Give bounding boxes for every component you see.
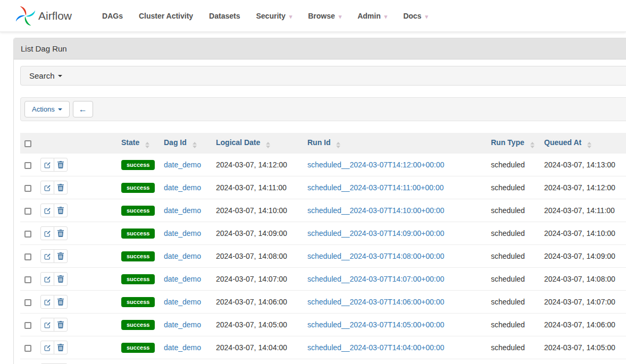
nav-item-label: Admin — [357, 12, 381, 20]
column-header-label: Logical Date — [216, 138, 260, 147]
delete-record-button[interactable] — [54, 204, 68, 217]
actions-button[interactable]: Actions — [24, 101, 70, 117]
row-checkbox[interactable] — [24, 253, 31, 260]
nav-item[interactable]: Browse ▾ — [300, 12, 349, 20]
sort-icon[interactable] — [530, 142, 535, 148]
actions-column-header — [36, 133, 117, 154]
column-header[interactable]: Run Id — [303, 133, 487, 154]
edit-record-button[interactable] — [40, 341, 54, 354]
run-id-link[interactable]: scheduled__2024-03-07T14:06:00+00:00 — [307, 298, 444, 306]
nav-item[interactable]: DAGs — [94, 12, 131, 20]
table-row: success date_demo 2024-03-07, 14:12:00 s… — [20, 154, 626, 176]
chevron-down-icon: ▾ — [385, 13, 388, 20]
nav-item-label: DAGs — [102, 12, 123, 20]
search-label: Search — [29, 71, 55, 80]
run-id-link[interactable]: scheduled__2024-03-07T14:08:00+00:00 — [307, 252, 444, 260]
edit-record-button[interactable] — [40, 204, 54, 217]
row-checkbox[interactable] — [24, 208, 31, 215]
sort-icon[interactable] — [587, 142, 591, 148]
run-id-link[interactable]: scheduled__2024-03-07T14:11:00+00:00 — [307, 183, 444, 192]
nav-item[interactable]: Docs ▾ — [395, 12, 436, 20]
back-button[interactable]: ← — [73, 101, 93, 117]
state-badge: success — [121, 228, 155, 239]
delete-record-button[interactable] — [54, 272, 68, 286]
nav-item-label: Datasets — [209, 12, 240, 20]
edit-record-button[interactable] — [40, 158, 54, 172]
edit-record-button[interactable] — [40, 226, 54, 240]
run-id-link[interactable]: scheduled__2024-03-07T14:10:00+00:00 — [307, 206, 444, 215]
logical-date-cell: 2024-03-07, 14:07:00 — [212, 268, 303, 291]
column-header-label: Run Type — [491, 138, 524, 147]
column-header[interactable]: Run Type — [487, 133, 540, 154]
nav-item[interactable]: Cluster Activity — [131, 12, 201, 20]
row-checkbox[interactable] — [24, 322, 31, 329]
column-header-label: State — [121, 138, 139, 147]
dag-id-link[interactable]: date_demo — [164, 183, 201, 192]
dag-id-link[interactable]: date_demo — [164, 343, 201, 352]
column-header-label: Run Id — [307, 138, 331, 147]
row-action-group — [40, 272, 68, 286]
select-all-cell — [20, 133, 36, 154]
row-checkbox[interactable] — [24, 162, 31, 169]
dag-id-link[interactable]: date_demo — [164, 252, 201, 260]
nav-item[interactable]: Datasets — [201, 12, 248, 20]
edit-icon — [44, 230, 51, 237]
run-id-link[interactable]: scheduled__2024-03-07T14:05:00+00:00 — [307, 320, 444, 329]
row-checkbox[interactable] — [24, 185, 31, 192]
run-id-link[interactable]: scheduled__2024-03-07T14:09:00+00:00 — [307, 229, 444, 238]
dag-id-link[interactable]: date_demo — [164, 206, 201, 215]
dag-id-link[interactable]: date_demo — [164, 160, 201, 169]
queued-at-cell: 2024-03-07, 14:11:00 — [540, 199, 626, 222]
actions-button-label: Actions — [32, 105, 55, 113]
nav-item-label: Browse — [308, 12, 335, 20]
delete-record-button[interactable] — [54, 318, 68, 332]
column-header[interactable]: Logical Date — [212, 133, 303, 154]
run-type-cell: scheduled — [487, 222, 540, 245]
delete-record-button[interactable] — [54, 181, 68, 194]
logical-date-cell: 2024-03-07, 14:05:00 — [212, 314, 303, 336]
sort-icon[interactable] — [145, 142, 149, 148]
queued-at-cell: 2024-03-07, 14:07:00 — [540, 291, 626, 314]
row-checkbox[interactable] — [24, 231, 31, 238]
edit-record-button[interactable] — [40, 295, 54, 309]
nav-item[interactable]: Admin ▾ — [349, 12, 395, 20]
row-checkbox[interactable] — [24, 345, 31, 352]
run-id-link[interactable]: scheduled__2024-03-07T14:07:00+00:00 — [307, 275, 444, 283]
top-navbar: Airflow DAGs Cluster Activity Datasets S… — [0, 0, 626, 32]
dag-id-link[interactable]: date_demo — [164, 275, 201, 283]
delete-record-button[interactable] — [54, 341, 68, 354]
column-header[interactable]: State — [117, 133, 160, 154]
arrow-left-icon: ← — [79, 106, 87, 113]
sort-icon[interactable] — [336, 142, 340, 148]
column-header[interactable]: Queued At — [540, 133, 626, 154]
search-dropdown[interactable]: Search — [20, 66, 626, 86]
dag-id-link[interactable]: date_demo — [164, 320, 201, 329]
row-checkbox[interactable] — [24, 299, 31, 306]
state-badge: success — [121, 183, 155, 193]
run-type-cell: scheduled — [487, 336, 540, 359]
edit-record-button[interactable] — [40, 181, 54, 194]
dag-id-link[interactable]: date_demo — [164, 298, 201, 306]
dag-id-link[interactable]: date_demo — [164, 229, 201, 238]
delete-record-button[interactable] — [54, 158, 68, 172]
row-checkbox[interactable] — [24, 276, 31, 283]
edit-record-button[interactable] — [40, 249, 54, 263]
airflow-home-link[interactable]: Airflow — [15, 5, 72, 27]
sort-icon[interactable] — [266, 142, 270, 148]
logical-date-cell: 2024-03-07, 14:10:00 — [212, 199, 303, 222]
column-header-label: Dag Id — [164, 138, 187, 147]
column-header[interactable]: Dag Id — [160, 133, 212, 154]
nav-item[interactable]: Security ▾ — [248, 12, 300, 20]
edit-record-button[interactable] — [40, 272, 54, 286]
edit-icon — [44, 184, 51, 191]
run-id-link[interactable]: scheduled__2024-03-07T14:12:00+00:00 — [307, 160, 444, 169]
delete-record-button[interactable] — [54, 295, 68, 309]
delete-record-button[interactable] — [54, 226, 68, 240]
run-type-cell: scheduled — [487, 176, 540, 199]
edit-record-button[interactable] — [40, 318, 54, 332]
run-id-link[interactable]: scheduled__2024-03-07T14:04:00+00:00 — [307, 343, 444, 352]
delete-record-button[interactable] — [54, 249, 68, 263]
sort-icon[interactable] — [193, 142, 197, 148]
queued-at-cell: 2024-03-07, 14:12:00 — [540, 176, 626, 199]
select-all-checkbox[interactable] — [24, 140, 31, 147]
